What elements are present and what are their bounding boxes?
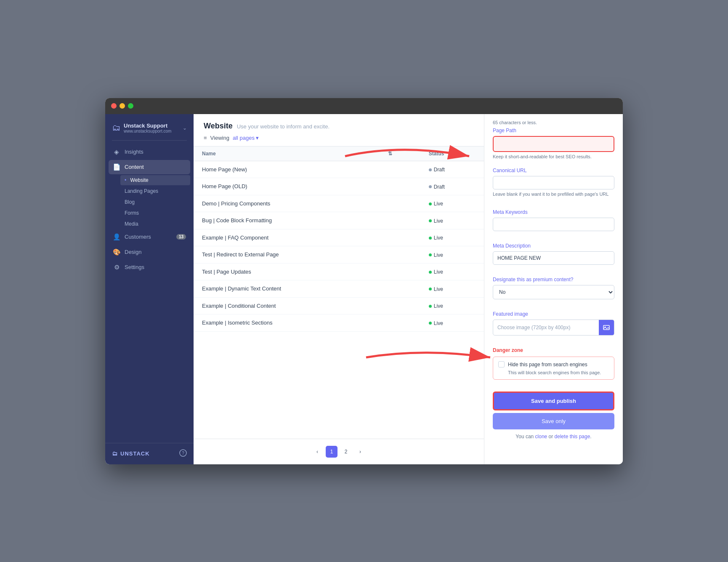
next-page-button[interactable]: › — [354, 446, 366, 458]
page-1-button[interactable]: 1 — [326, 446, 337, 458]
page-status-cell: Live — [420, 229, 484, 246]
page-name-cell: Test | Page Updates — [194, 263, 380, 280]
svg-rect-2 — [603, 325, 609, 330]
featured-image-section: Featured image Choose image (720px by 40… — [484, 305, 623, 341]
sidebar-item-forms[interactable]: Forms — [120, 208, 190, 218]
save-only-button[interactable]: Save only — [493, 413, 614, 429]
pages-table-container: Name ⇅ Status Home Page (New) Draft H — [194, 146, 484, 439]
status-badge: Live — [429, 252, 443, 258]
sidebar-item-customers[interactable]: 👤 Customers 13 — [109, 230, 190, 244]
page-2-button[interactable]: 2 — [340, 446, 352, 458]
sidebar-item-media[interactable]: Media — [120, 219, 190, 229]
app-window: 🗂 Unstack Support www.unstacksupport.com… — [105, 98, 623, 464]
col-status: Status — [420, 146, 484, 161]
hide-page-checkbox[interactable] — [498, 361, 505, 368]
status-badge: Live — [429, 235, 443, 241]
content-icon: 📄 — [113, 163, 120, 171]
meta-description-input[interactable] — [493, 251, 614, 265]
page-name-cell: Example | Conditional Content — [194, 297, 380, 314]
meta-keywords-label: Meta Keywords — [493, 209, 614, 215]
action-buttons-section: Save and publish Save only You can clone… — [484, 386, 623, 445]
titlebar — [105, 98, 623, 114]
col-sort: ⇅ — [380, 146, 420, 161]
page-status-cell: Live — [420, 246, 484, 264]
page-name-cell: Home Page (New) — [194, 161, 380, 178]
prev-page-button[interactable]: ‹ — [311, 446, 323, 458]
status-dot-icon — [429, 253, 432, 256]
status-label: Live — [434, 201, 443, 207]
page-name-cell: Example | Isometric Sections — [194, 314, 380, 332]
page-path-input[interactable] — [494, 138, 613, 150]
sidebar: 🗂 Unstack Support www.unstacksupport.com… — [105, 114, 194, 464]
sidebar-item-website[interactable]: Website — [120, 175, 190, 185]
sidebar-bottom: 🗂 UNSTACK ? — [105, 443, 194, 464]
page-status-cell: Live — [420, 263, 484, 280]
help-icon[interactable]: ? — [179, 449, 187, 458]
delete-link[interactable]: delete this page — [555, 434, 590, 439]
image-picker-button[interactable] — [599, 320, 614, 335]
status-badge: Live — [429, 218, 443, 224]
table-row[interactable]: Example | Conditional Content Live — [194, 297, 484, 314]
table-row[interactable]: Test | Page Updates Live — [194, 263, 484, 280]
status-badge: Live — [429, 303, 443, 309]
table-row[interactable]: Bug | Code Block Formatting Live — [194, 212, 484, 229]
page-name-cell: Bug | Code Block Formatting — [194, 212, 380, 229]
table-row[interactable]: Example | FAQ Component Live — [194, 229, 484, 246]
table-row[interactable]: Test | Redirect to External Page Live — [194, 246, 484, 264]
maximize-button[interactable] — [128, 103, 133, 109]
status-badge: Live — [429, 320, 443, 326]
design-icon: 🎨 — [113, 248, 120, 256]
status-badge: Live — [429, 286, 443, 292]
premium-select[interactable]: No Yes — [493, 285, 614, 299]
content-area: Website Use your website to inform and e… — [194, 114, 484, 464]
clone-link[interactable]: clone — [535, 434, 547, 439]
status-dot-icon — [429, 219, 432, 222]
viewing-dropdown[interactable]: all pages ▾ — [233, 135, 259, 141]
close-button[interactable] — [111, 103, 117, 109]
page-path-wrapper — [493, 136, 614, 152]
filter-row: ≡ Viewing all pages ▾ — [204, 135, 474, 141]
hide-page-label: Hide this page from search engines — [508, 362, 587, 368]
table-row[interactable]: Example | Isometric Sections Live — [194, 314, 484, 332]
image-picker-placeholder: Choose image (720px by 400px) — [493, 321, 599, 334]
page-status-cell: Live — [420, 280, 484, 298]
danger-zone-title: Danger zone — [493, 347, 614, 353]
sidebar-item-insights[interactable]: ◈ Insights — [109, 145, 190, 159]
table-row[interactable]: Example | Dynamic Text Content Live — [194, 280, 484, 298]
save-publish-button[interactable]: Save and publish — [493, 392, 614, 410]
page-name-cell: Demo | Pricing Components — [194, 195, 380, 212]
hide-page-row: Hide this page from search engines — [498, 361, 609, 368]
image-picker[interactable]: Choose image (720px by 400px) — [493, 320, 614, 336]
traffic-lights — [111, 103, 133, 109]
status-dot-icon — [429, 168, 432, 171]
table-row[interactable]: Home Page (OLD) Draft — [194, 178, 484, 195]
viewing-label: Viewing — [210, 135, 229, 141]
brand-url: www.unstacksupport.com — [124, 129, 179, 133]
main-header: Website Use your website to inform and e… — [194, 114, 484, 146]
col-name: Name — [194, 146, 380, 161]
sidebar-item-content[interactable]: 📄 Content — [109, 160, 190, 174]
sidebar-item-landing-pages[interactable]: Landing Pages — [120, 186, 190, 196]
status-label: Live — [434, 320, 443, 326]
status-label: Live — [434, 269, 443, 275]
sidebar-item-settings[interactable]: ⚙ Settings — [109, 260, 190, 274]
page-name-cell: Example | FAQ Component — [194, 229, 380, 246]
page-status-cell: Live — [420, 314, 484, 332]
meta-description-label: Meta Description — [493, 243, 614, 249]
sidebar-item-design[interactable]: 🎨 Design — [109, 245, 190, 259]
sidebar-item-label: Insights — [125, 149, 143, 155]
sidebar-brand[interactable]: 🗂 Unstack Support www.unstacksupport.com… — [105, 118, 194, 140]
page-status-cell: Live — [420, 212, 484, 229]
minimize-button[interactable] — [120, 103, 125, 109]
sidebar-item-blog[interactable]: Blog — [120, 197, 190, 207]
canonical-url-input[interactable] — [493, 176, 614, 189]
customers-icon: 👤 — [113, 233, 120, 241]
table-row[interactable]: Home Page (New) Draft — [194, 161, 484, 178]
page-subtitle: Use your website to inform and excite. — [237, 123, 329, 130]
meta-keywords-input[interactable] — [493, 218, 614, 231]
right-panel: 65 characters or less. Page Path Keep it… — [484, 114, 623, 464]
content-subitems: Website Landing Pages Blog Forms Media — [109, 175, 190, 229]
sidebar-logo: 🗂 UNSTACK — [112, 450, 150, 457]
pagination: ‹ 1 2 › — [194, 439, 484, 464]
table-row[interactable]: Demo | Pricing Components Live — [194, 195, 484, 212]
